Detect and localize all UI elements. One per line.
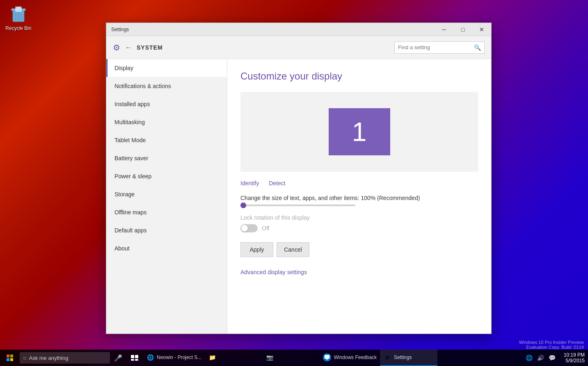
advanced-display-link[interactable]: Advanced display settings	[240, 269, 307, 275]
feedback-app-label: Windows Feedback	[334, 355, 377, 360]
search-input[interactable]	[398, 44, 474, 50]
neowin-app-label: Neowin - Project S...	[157, 355, 201, 360]
settings-app-label: Settings	[394, 355, 412, 360]
cancel-button[interactable]: Cancel	[277, 242, 309, 257]
close-button[interactable]: ✕	[472, 23, 491, 36]
window-header: ⚙ ← SYSTEM 🔍	[106, 36, 491, 59]
feedback-app-icon	[323, 353, 331, 361]
svg-marker-16	[326, 359, 328, 360]
taskbar-app-settings[interactable]: ⚙ Settings	[380, 350, 437, 366]
taskbar-app-feedback[interactable]: Windows Feedback	[320, 350, 380, 366]
display-number: 1	[352, 117, 367, 147]
neowin-app-icon: 🌐	[146, 353, 154, 361]
recycle-bin-label: Recycle Bin	[5, 25, 31, 31]
task-view-icon	[131, 355, 138, 361]
neowin-watermark-line2: Evaluation Copy. Build :0114	[526, 345, 584, 350]
neowin-watermark: Windows 10 Pro Insider Preview Evaluatio…	[519, 340, 584, 350]
identify-link[interactable]: Identify	[240, 180, 259, 186]
taskbar-search-text: Ask me anything	[29, 355, 68, 361]
taskbar-app-folder[interactable]: 📁	[205, 350, 262, 366]
sidebar-item-tablet-mode[interactable]: Tablet Mode	[106, 131, 227, 149]
maximize-button[interactable]: □	[453, 23, 472, 36]
taskbar-search[interactable]: ○ Ask me anything	[20, 352, 110, 364]
display-actions: Identify Detect	[240, 180, 478, 186]
svg-line-3	[16, 12, 16, 20]
folder-app-icon: 📁	[208, 353, 216, 361]
toggle-row: Off	[240, 224, 478, 232]
sidebar-item-default-apps[interactable]: Default apps	[106, 221, 227, 239]
window-controls: ─ □ ✕	[435, 23, 491, 36]
svg-rect-14	[135, 359, 138, 361]
toggle-state-label: Off	[262, 225, 269, 232]
sidebar-item-display[interactable]: Display	[106, 59, 227, 77]
sidebar-item-installed-apps[interactable]: Installed apps	[106, 95, 227, 113]
recycle-bin-icon	[9, 4, 28, 24]
svg-line-5	[21, 12, 21, 20]
taskbar-clock[interactable]: 10:19 PM 5/9/2015	[561, 352, 588, 364]
recycle-bin[interactable]: Recycle Bin	[4, 4, 33, 31]
taskbar-search-icon: ○	[23, 355, 26, 361]
svg-rect-8	[10, 355, 13, 357]
task-view-button[interactable]	[126, 350, 143, 366]
toggle-knob	[241, 225, 248, 232]
settings-app-icon: ⚙	[383, 353, 391, 361]
taskbar-app-neowin[interactable]: 🌐 Neowin - Project S...	[143, 350, 205, 366]
svg-rect-13	[131, 359, 134, 361]
scale-slider-container[interactable]	[240, 205, 478, 206]
detect-link[interactable]: Detect	[269, 180, 285, 186]
windows-logo-icon	[7, 355, 13, 361]
svg-rect-15	[325, 355, 329, 359]
svg-rect-10	[10, 358, 13, 361]
page-title: Customize your display	[240, 70, 478, 82]
taskbar-apps: 🌐 Neowin - Project S... 📁 📷 Windows Feed…	[143, 350, 521, 366]
sidebar-item-battery-saver[interactable]: Battery saver	[106, 149, 227, 167]
header-title: SYSTEM	[137, 44, 163, 51]
back-button[interactable]: ←	[125, 44, 132, 51]
taskbar-date: 5/9/2015	[565, 358, 585, 364]
sidebar-item-multitasking[interactable]: Multitasking	[106, 113, 227, 131]
svg-rect-12	[135, 355, 138, 358]
notification-icon[interactable]: 💬	[547, 350, 557, 366]
neowin-watermark-line1: Windows 10 Pro Insider Preview	[519, 340, 584, 345]
volume-icon[interactable]: 🔊	[536, 350, 546, 366]
system-tray: 🌐 🔊 💬	[521, 350, 561, 366]
camera-app-icon: 📷	[265, 353, 274, 361]
display-preview-area: 1	[240, 92, 478, 172]
svg-rect-9	[7, 358, 9, 361]
sidebar-item-about[interactable]: About	[106, 239, 227, 257]
taskbar: ○ Ask me anything 🎤 🌐 Neowin - Project S…	[0, 350, 588, 366]
window-titlebar: Settings ─ □ ✕	[106, 23, 491, 36]
scale-label: Change the size of text, apps, and other…	[240, 195, 478, 201]
sidebar-item-storage[interactable]: Storage	[106, 185, 227, 203]
sidebar-item-power-sleep[interactable]: Power & sleep	[106, 167, 227, 185]
desktop: Recycle Bin Windows 10 Pro Insider Previ…	[0, 0, 588, 366]
sidebar-item-offline-maps[interactable]: Offline maps	[106, 203, 227, 221]
lock-rotation-toggle[interactable]	[240, 224, 258, 232]
network-icon[interactable]: 🌐	[524, 350, 534, 366]
window-body: Display Notifications & actions Installe…	[106, 59, 491, 334]
sidebar-item-notifications[interactable]: Notifications & actions	[106, 77, 227, 95]
minimize-button[interactable]: ─	[435, 23, 453, 36]
taskbar-time: 10:19 PM	[564, 352, 585, 358]
display-monitor: 1	[329, 108, 390, 155]
window-title: Settings	[111, 27, 129, 32]
microphone-icon[interactable]: 🎤	[110, 350, 126, 366]
sidebar: Display Notifications & actions Installe…	[106, 59, 227, 334]
gear-icon: ⚙	[113, 43, 120, 52]
button-row: Apply Cancel	[240, 242, 478, 257]
search-icon: 🔍	[474, 44, 481, 51]
taskbar-app-camera[interactable]: 📷	[262, 350, 320, 366]
slider-thumb[interactable]	[240, 202, 246, 208]
svg-rect-11	[131, 355, 134, 358]
start-button[interactable]	[0, 350, 20, 366]
scale-slider[interactable]	[240, 205, 355, 206]
svg-marker-6	[15, 7, 22, 12]
svg-rect-7	[7, 355, 9, 357]
search-box[interactable]: 🔍	[394, 41, 485, 54]
settings-window: Settings ─ □ ✕ ⚙ ← SYSTEM 🔍 Display Noti…	[106, 23, 492, 334]
apply-button[interactable]: Apply	[240, 242, 273, 257]
main-content: Customize your display 1 Identify Detect…	[227, 59, 491, 334]
lock-rotation-label: Lock rotation of this display	[240, 214, 478, 221]
